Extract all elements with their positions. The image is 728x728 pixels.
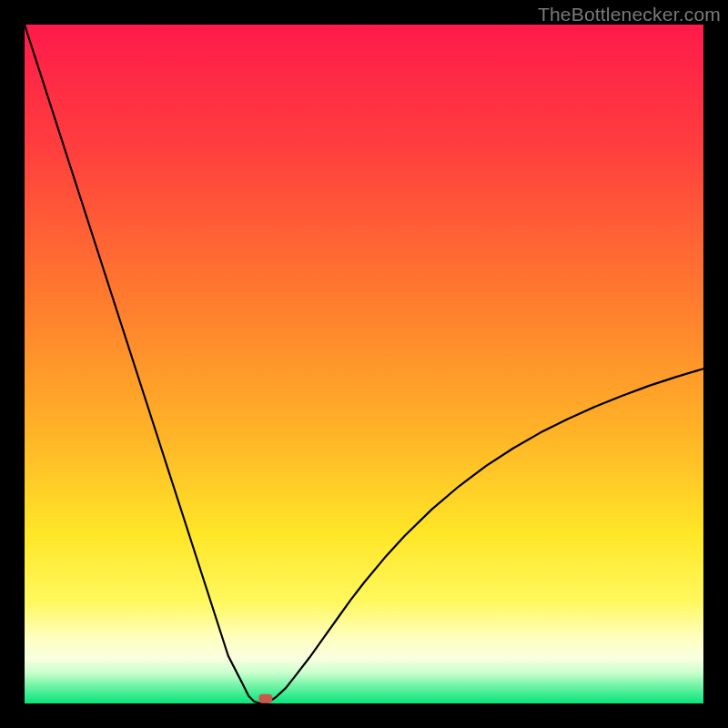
chart-frame: [25, 25, 703, 703]
attribution-label: TheBottlenecker.com: [538, 4, 721, 25]
optimal-point-marker: [258, 694, 272, 703]
bottleneck-chart: [25, 25, 703, 703]
gradient-background: [25, 25, 703, 703]
